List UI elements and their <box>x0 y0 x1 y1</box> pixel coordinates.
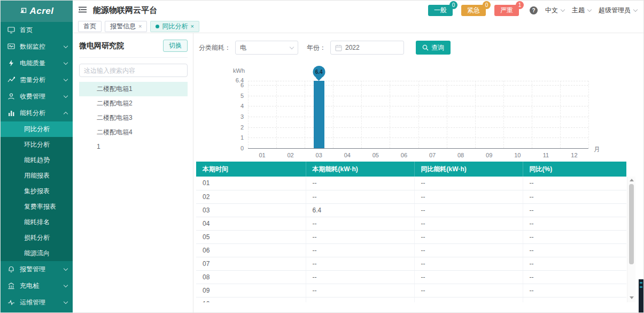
query-button-label: 查询 <box>431 43 444 52</box>
chevron-down-icon <box>561 7 565 11</box>
theme-label: 主题 <box>572 6 585 15</box>
x-axis-tick-label: 03 <box>316 152 322 158</box>
alarm-badge-label: 严重 <box>500 6 513 14</box>
sidebar-subitem-yoy-analysis[interactable]: 同比分析 <box>1 121 73 137</box>
x-axis-tick-label: 06 <box>401 152 407 158</box>
floating-widget[interactable] <box>639 279 643 312</box>
user-dropdown[interactable]: 超级管理员 <box>599 6 637 15</box>
x-axis-tick-label: 10 <box>514 152 521 158</box>
sidebar-subitem-tariff-report[interactable]: 复费率报表 <box>1 199 73 215</box>
chevron-down-icon <box>587 7 592 11</box>
chart-bar-03[interactable] <box>314 81 324 148</box>
sidebar-item-fee-management[interactable]: 收费管理 <box>1 88 73 105</box>
scrollbar-thumb[interactable] <box>629 184 634 264</box>
sidebar-subitem-energy-report[interactable]: 用能报表 <box>1 168 73 184</box>
sidebar: Acrel 首页数据监控电能质量需量分析收费管理能耗分析同比分析环比分析能耗趋势… <box>1 1 73 313</box>
sidebar-item-ops-management[interactable]: 运维管理 <box>1 294 73 311</box>
year-label: 年份： <box>307 43 326 52</box>
table-cell: -- <box>414 297 523 302</box>
gridline-v <box>475 81 476 148</box>
table-row: 036.4---- <box>196 203 626 217</box>
chevron-down-icon <box>290 44 294 49</box>
tab-yoy-analysis[interactable]: 同比分析× <box>150 21 199 32</box>
sidebar-subitem-mom-analysis[interactable]: 环比分析 <box>1 137 73 152</box>
alarm-badge-urgent[interactable]: 紧急0 <box>461 5 486 16</box>
table-cell: -- <box>523 243 626 257</box>
y-axis-tick-label: 5 <box>226 93 244 99</box>
demand-analysis-icon <box>7 76 15 84</box>
sidebar-subitem-energy-ranking[interactable]: 能耗排名 <box>1 215 73 230</box>
table-cell: -- <box>306 217 414 230</box>
table-cell: -- <box>523 270 626 284</box>
tab-home[interactable]: 首页 <box>78 21 102 32</box>
x-axis-line <box>248 148 588 149</box>
sidebar-menu: 首页数据监控电能质量需量分析收费管理能耗分析同比分析环比分析能耗趋势用能报表集抄… <box>1 22 73 311</box>
chart-marker-label: 6.4 <box>313 66 325 78</box>
sidebar-item-data-monitor[interactable]: 数据监控 <box>1 39 73 55</box>
tree-title: 微电网研究院 <box>79 41 124 51</box>
table-cell: -- <box>523 230 626 243</box>
sidebar-subitem-energy-flow[interactable]: 能源流向 <box>1 246 73 261</box>
year-input[interactable]: 2022 <box>330 41 404 55</box>
help-icon[interactable]: ? <box>530 6 538 14</box>
y-axis-tick-label: 0 <box>226 145 244 151</box>
sidebar-item-home[interactable]: 首页 <box>1 22 73 39</box>
scroll-up-icon[interactable] <box>630 179 634 181</box>
y-axis-max-label: 6.4 <box>226 77 244 83</box>
sidebar-item-charging-pile[interactable]: 充电桩 <box>1 278 73 294</box>
table-header-cell: 本期时间 <box>196 162 306 177</box>
table-cell: -- <box>306 190 414 203</box>
alarm-badge-general[interactable]: 一般0 <box>428 5 453 16</box>
logo: Acrel <box>1 1 73 22</box>
sidebar-subitem-loss-analysis[interactable]: 损耗分析 <box>1 230 73 246</box>
table-cell: -- <box>414 257 523 270</box>
tree-search-input[interactable] <box>79 64 188 77</box>
scroll-down-icon[interactable] <box>630 296 634 299</box>
theme-dropdown[interactable]: 主题 <box>572 6 591 15</box>
chevron-down-icon <box>64 44 68 48</box>
gridline-v <box>447 81 447 148</box>
tree-item[interactable]: 二楼配电箱4 <box>79 125 188 140</box>
chevron-down-icon <box>633 7 638 11</box>
data-table-wrap: 本期时间本期能耗(kW·h)同比能耗(kW·h)同比(%) 01------02… <box>196 162 635 302</box>
submenu-energy-analysis: 同比分析环比分析能耗趋势用能报表集抄报表复费率报表能耗排名损耗分析能源流向 <box>1 121 73 261</box>
sidebar-item-label: 充电桩 <box>20 281 64 291</box>
tree-item[interactable]: 二楼配电箱1 <box>79 82 188 96</box>
table-cell: 07 <box>196 257 306 270</box>
category-select[interactable]: 电 <box>235 41 298 55</box>
table-cell: -- <box>414 177 523 190</box>
table-cell: 08 <box>196 270 306 284</box>
tab-bar: 首页报警信息×同比分析× <box>73 20 643 33</box>
query-button[interactable]: 查询 <box>416 41 451 55</box>
close-icon[interactable]: × <box>138 23 142 29</box>
tree-item[interactable]: 1 <box>79 140 188 154</box>
gridline-v <box>333 81 333 148</box>
table-scrollbar[interactable] <box>627 177 635 302</box>
tree-item[interactable]: 二楼配电箱3 <box>79 111 188 125</box>
switch-button[interactable]: 切换 <box>163 40 188 52</box>
sidebar-subitem-meter-reading-report[interactable]: 集抄报表 <box>1 184 73 199</box>
sidebar-subitem-energy-trend[interactable]: 能耗趋势 <box>1 152 73 168</box>
alarm-badges: 一般0紧急0严重1 <box>428 5 519 16</box>
chart: kWh01234566.4010203040506070809101112月6.… <box>193 56 643 158</box>
alarm-badge-critical[interactable]: 严重1 <box>494 5 519 16</box>
sidebar-item-alarm-management[interactable]: 报警管理 <box>1 261 73 278</box>
tree-item[interactable]: 二楼配电箱2 <box>79 96 188 111</box>
x-axis-suffix-label: 月 <box>594 145 600 154</box>
table-cell: -- <box>523 190 626 203</box>
close-icon[interactable]: × <box>190 23 193 29</box>
language-dropdown[interactable]: 中文 <box>545 6 564 15</box>
tree-list: 二楼配电箱1二楼配电箱2二楼配电箱3二楼配电箱41 <box>79 82 188 154</box>
sidebar-item-demand-analysis[interactable]: 需量分析 <box>1 72 73 88</box>
tab-alarm-info[interactable]: 报警信息× <box>105 21 147 32</box>
language-label: 中文 <box>545 6 558 15</box>
chevron-up-icon <box>64 112 68 116</box>
table-cell: 02 <box>196 190 306 203</box>
sidebar-item-energy-analysis[interactable]: 能耗分析 <box>1 105 73 121</box>
collapse-menu-icon[interactable] <box>78 5 88 15</box>
category-label: 分类能耗： <box>199 43 231 52</box>
table-row: 06------ <box>196 243 626 257</box>
table-cell: -- <box>523 297 626 302</box>
sidebar-item-power-quality[interactable]: 电能质量 <box>1 55 73 72</box>
x-axis-tick-label: 01 <box>259 152 265 158</box>
